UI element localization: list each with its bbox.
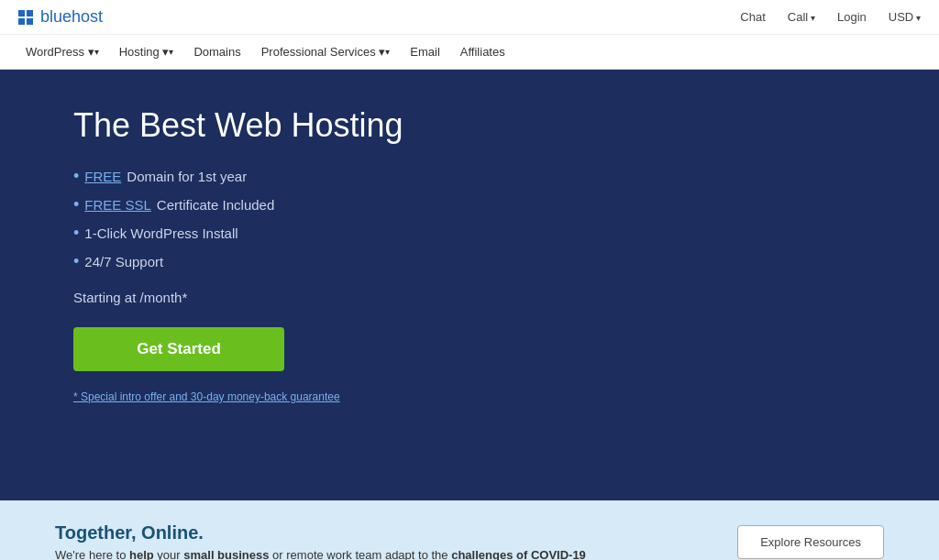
nav-professional-services[interactable]: Professional Services ▾	[254, 35, 398, 70]
usd-link[interactable]: USD	[889, 10, 921, 24]
main-nav: WordPress ▾ Hosting ▾ Domains Profession…	[0, 35, 939, 70]
feature-item-4: 24/7 Support	[73, 252, 866, 271]
hero-title: The Best Web Hosting	[73, 106, 866, 145]
feature-item-2: FREE SSL Certificate Included	[73, 195, 866, 214]
explore-resources-button[interactable]: Explore Resources	[737, 525, 884, 559]
logo-area: bluehost	[18, 7, 103, 27]
logo-text[interactable]: bluehost	[40, 7, 103, 27]
guarantee-text[interactable]: * Special intro offer and 30-day money-b…	[73, 390, 340, 403]
banner-text-area: Together, Online. We're here to help you…	[55, 522, 586, 561]
banner-heading: Together, Online.	[55, 522, 586, 544]
feature-list: FREE Domain for 1st year FREE SSL Certif…	[73, 167, 866, 271]
banner-body: We're here to help your small business o…	[55, 548, 586, 561]
free-ssl-link[interactable]: FREE SSL	[84, 197, 151, 213]
call-link[interactable]: Call	[788, 10, 815, 24]
nav-wordpress[interactable]: WordPress ▾	[18, 35, 106, 70]
top-nav-right: Chat Call Login USD	[740, 10, 921, 24]
nav-domains[interactable]: Domains	[186, 35, 248, 70]
login-link[interactable]: Login	[837, 10, 867, 24]
nav-hosting[interactable]: Hosting ▾	[112, 35, 182, 70]
chat-link[interactable]: Chat	[740, 10, 765, 24]
bottom-banner: Together, Online. We're here to help you…	[0, 500, 939, 560]
top-bar: bluehost Chat Call Login USD	[0, 0, 939, 35]
nav-email[interactable]: Email	[403, 35, 447, 70]
hero-section: The Best Web Hosting FREE Domain for 1st…	[0, 70, 939, 500]
logo-grid-icon	[18, 10, 33, 25]
feature-item-1: FREE Domain for 1st year	[73, 167, 866, 186]
get-started-button[interactable]: Get Started	[73, 327, 284, 371]
nav-affiliates[interactable]: Affiliates	[453, 35, 513, 70]
feature-item-3: 1-Click WordPress Install	[73, 224, 866, 243]
free-domain-link[interactable]: FREE	[84, 169, 121, 184]
starting-at-text: Starting at /month*	[73, 290, 866, 305]
